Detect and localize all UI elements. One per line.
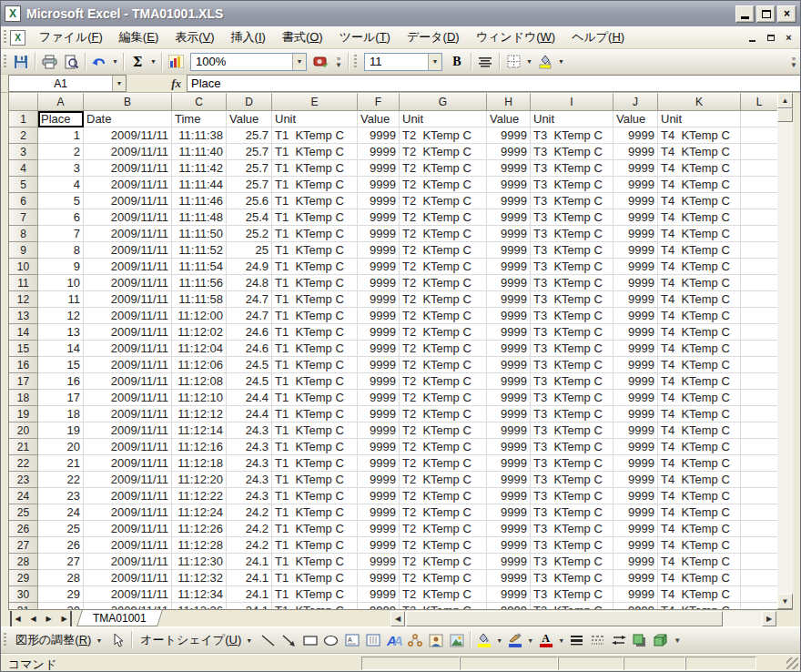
row-header-31[interactable]: 31 — [9, 603, 38, 609]
cell[interactable]: T1 KTemp C — [272, 193, 358, 209]
row-header-6[interactable]: 6 — [9, 193, 38, 209]
picture-button[interactable] — [446, 630, 467, 650]
cell[interactable]: 9999 — [613, 472, 658, 488]
cell[interactable]: 2009/11/11 — [84, 406, 172, 423]
cell[interactable]: T3 KTemp C — [531, 144, 613, 160]
cell[interactable]: 9999 — [487, 570, 531, 586]
cell[interactable]: 24.4 — [227, 406, 272, 423]
font-size-dropdown-arrow[interactable]: ▼ — [428, 54, 441, 70]
cell[interactable]: 2009/11/11 — [84, 226, 172, 242]
cell[interactable]: 11:12:26 — [172, 521, 227, 537]
cell[interactable]: 7 — [38, 226, 84, 242]
cell[interactable]: 9999 — [487, 275, 531, 291]
draw-font-color-dropdown-arrow[interactable]: ▼ — [556, 630, 566, 650]
cell[interactable]: T2 KTemp C — [400, 308, 487, 324]
cell[interactable]: 9999 — [358, 324, 400, 341]
cell[interactable]: 9999 — [613, 390, 658, 406]
cell[interactable] — [741, 242, 777, 259]
cell[interactable]: T1 KTemp C — [272, 259, 358, 275]
row-header-25[interactable]: 25 — [9, 504, 38, 521]
draw-line-color-dropdown-arrow[interactable]: ▼ — [525, 630, 535, 650]
cell[interactable]: 9999 — [613, 259, 658, 275]
cell[interactable]: 9999 — [358, 406, 400, 423]
cell[interactable]: 9999 — [613, 586, 658, 603]
cell[interactable]: 9999 — [487, 406, 531, 423]
cell[interactable]: 11:11:42 — [172, 160, 227, 177]
menu-item-8[interactable]: ヘルプ(H) — [563, 26, 633, 48]
cell[interactable] — [741, 275, 777, 291]
row-header-29[interactable]: 29 — [9, 570, 38, 586]
cell[interactable]: 9999 — [358, 357, 400, 373]
cell[interactable]: 9999 — [358, 226, 400, 242]
title-bar[interactable]: X Microsoft Excel - TMA01001.XLS × — [1, 1, 800, 26]
cell[interactable]: 9999 — [358, 144, 400, 160]
cell[interactable]: 9999 — [613, 488, 658, 504]
cell[interactable]: 2009/11/11 — [84, 127, 172, 144]
cell[interactable]: Time — [172, 111, 227, 127]
cell[interactable]: 9999 — [613, 226, 658, 242]
cell[interactable]: 24.6 — [227, 324, 272, 341]
toolbar-options-button[interactable]: »▼ — [787, 51, 800, 73]
cell[interactable]: 9999 — [487, 504, 531, 521]
row-header-10[interactable]: 10 — [9, 259, 38, 275]
row-header-7[interactable]: 7 — [9, 209, 38, 226]
cell[interactable]: T1 KTemp C — [272, 521, 358, 537]
cell[interactable]: Unit — [272, 111, 358, 127]
cell[interactable]: T3 KTemp C — [531, 341, 613, 357]
cell[interactable]: 9999 — [613, 275, 658, 291]
cell[interactable]: 9999 — [358, 242, 400, 259]
cell[interactable]: 27 — [38, 554, 84, 570]
cell[interactable]: T3 KTemp C — [531, 160, 613, 177]
cell[interactable]: T2 KTemp C — [400, 193, 487, 209]
last-sheet-button[interactable]: ▶ — [56, 611, 72, 626]
cell[interactable]: T2 KTemp C — [400, 177, 487, 193]
cell[interactable]: T4 KTemp C — [658, 127, 741, 144]
cell[interactable]: 9999 — [358, 554, 400, 570]
cell[interactable]: T2 KTemp C — [400, 423, 487, 439]
fill-color-button[interactable] — [534, 52, 556, 72]
formula-input[interactable]: Place — [187, 75, 800, 92]
draw-line-color-button[interactable] — [504, 630, 525, 650]
zoom-combo[interactable]: 100% ▼ — [190, 53, 307, 71]
cell[interactable] — [741, 521, 777, 537]
cell[interactable]: 24.5 — [227, 357, 272, 373]
cell[interactable]: 24.1 — [227, 603, 272, 609]
text-box-button[interactable]: A — [341, 630, 362, 650]
cell[interactable]: 9999 — [613, 341, 658, 357]
cell[interactable]: 3 — [38, 160, 84, 177]
cell[interactable]: T2 KTemp C — [400, 586, 487, 603]
cell[interactable]: 24.2 — [227, 504, 272, 521]
cell[interactable]: 2009/11/11 — [84, 455, 172, 472]
row-header-8[interactable]: 8 — [9, 226, 38, 242]
cell[interactable]: T4 KTemp C — [658, 603, 741, 609]
cell[interactable]: 25.7 — [227, 177, 272, 193]
cell[interactable]: 24.9 — [227, 259, 272, 275]
cell[interactable]: 11:11:54 — [172, 259, 227, 275]
cell[interactable]: T4 KTemp C — [658, 504, 741, 521]
cell[interactable]: 9999 — [358, 521, 400, 537]
cell[interactable]: 9999 — [358, 209, 400, 226]
column-header-D[interactable]: D — [227, 93, 272, 111]
cell[interactable]: T3 KTemp C — [531, 586, 613, 603]
draw-fill-dropdown-arrow[interactable]: ▼ — [494, 630, 504, 650]
menu-item-5[interactable]: ツール(T) — [331, 26, 399, 48]
cell[interactable]: 11:11:38 — [172, 127, 227, 144]
cell[interactable]: 10 — [38, 275, 84, 291]
cell[interactable]: 8 — [38, 242, 84, 259]
cell[interactable]: 9999 — [487, 586, 531, 603]
cell[interactable]: 9999 — [613, 423, 658, 439]
toolbar-grip[interactable] — [4, 55, 6, 69]
cell[interactable]: 17 — [38, 390, 84, 406]
cell[interactable]: T4 KTemp C — [658, 357, 741, 373]
cell[interactable]: T3 KTemp C — [531, 390, 613, 406]
cell[interactable]: T1 KTemp C — [272, 586, 358, 603]
row-header-21[interactable]: 21 — [9, 439, 38, 455]
cell[interactable]: 11:11:48 — [172, 209, 227, 226]
menu-item-6[interactable]: データ(D) — [399, 26, 468, 48]
row-header-24[interactable]: 24 — [9, 488, 38, 504]
cell[interactable]: 9999 — [613, 177, 658, 193]
draw-fill-color-button[interactable] — [473, 630, 494, 650]
save-button[interactable] — [10, 52, 32, 72]
cell[interactable] — [741, 177, 777, 193]
row-header-22[interactable]: 22 — [9, 455, 38, 472]
